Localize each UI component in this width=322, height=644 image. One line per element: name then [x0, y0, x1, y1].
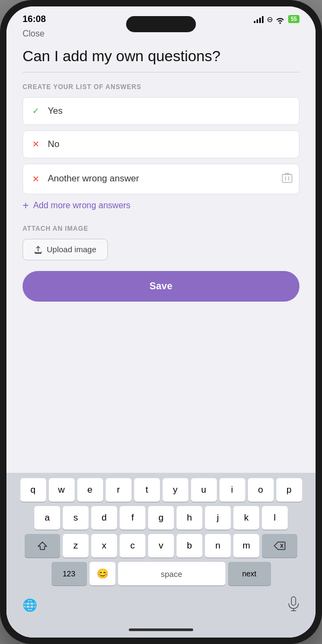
key-f[interactable]: f	[120, 506, 145, 530]
shift-key[interactable]	[25, 534, 60, 558]
numbers-key[interactable]: 123	[52, 562, 87, 586]
battery-icon: 55	[288, 15, 299, 23]
key-h[interactable]: h	[177, 506, 202, 530]
key-i[interactable]: i	[219, 478, 245, 502]
correct-icon: ✓	[30, 105, 41, 117]
delete-answer-icon[interactable]	[282, 172, 292, 186]
key-w[interactable]: w	[49, 478, 75, 502]
key-m[interactable]: m	[233, 534, 259, 558]
key-u[interactable]: u	[191, 478, 217, 502]
delete-key[interactable]	[262, 534, 297, 558]
upload-image-button[interactable]: Upload image	[23, 239, 108, 260]
key-o[interactable]: o	[248, 478, 274, 502]
key-a[interactable]: a	[34, 506, 60, 530]
key-t[interactable]: t	[134, 478, 160, 502]
status-icons: ⊖ 55	[254, 15, 299, 24]
key-q[interactable]: q	[20, 478, 46, 502]
answer-row-2: ✕ No	[23, 130, 299, 158]
keyboard-row-4: 123 😊 space next	[9, 562, 313, 586]
status-time: 16:08	[23, 14, 46, 25]
key-r[interactable]: r	[106, 478, 131, 502]
phone-screen: 16:08 ⊖ 55 Close Can I add my own qu	[6, 6, 316, 638]
key-l[interactable]: l	[262, 506, 288, 530]
save-button[interactable]: Save	[23, 271, 299, 302]
key-b[interactable]: b	[177, 534, 202, 558]
key-x[interactable]: x	[91, 534, 117, 558]
keyboard: q w e r t y u i o p a s d f g h j k	[6, 473, 316, 592]
key-g[interactable]: g	[148, 506, 174, 530]
keyboard-row-1: q w e r t y u i o p	[9, 478, 313, 502]
key-j[interactable]: j	[205, 506, 231, 530]
answer-text-1[interactable]: Yes	[48, 106, 292, 116]
key-s[interactable]: s	[63, 506, 89, 530]
key-k[interactable]: k	[233, 506, 259, 530]
phone-frame: 16:08 ⊖ 55 Close Can I add my own qu	[0, 0, 322, 644]
answer-text-3[interactable]: Another wrong answer	[48, 173, 275, 184]
add-more-label: Add more wrong answers	[33, 201, 130, 210]
wifi-icon: ⊖	[267, 15, 285, 24]
app-content: Close Can I add my own questions? CREATE…	[6, 29, 316, 473]
key-d[interactable]: d	[91, 506, 117, 530]
notch	[126, 16, 196, 32]
answer-row-1: ✓ Yes	[23, 97, 299, 125]
wrong-icon-2: ✕	[30, 173, 41, 185]
wrong-icon-1: ✕	[30, 138, 41, 150]
add-more-button[interactable]: + Add more wrong answers	[23, 200, 299, 212]
answers-section-label: CREATE YOUR LIST OF ANSWERS	[23, 83, 299, 91]
home-bar	[129, 628, 193, 631]
space-key[interactable]: space	[118, 562, 225, 586]
key-v[interactable]: v	[148, 534, 174, 558]
image-section-label: ATTACH AN IMAGE	[23, 225, 299, 232]
answer-text-2[interactable]: No	[48, 139, 292, 150]
svg-rect-0	[282, 174, 292, 182]
page-title: Can I add my own questions?	[23, 47, 299, 65]
key-y[interactable]: y	[163, 478, 188, 502]
title-divider	[23, 72, 299, 72]
upload-icon	[34, 245, 42, 254]
upload-label: Upload image	[47, 245, 97, 254]
answer-row-3: ✕ Another wrong answer	[23, 164, 299, 194]
microphone-icon[interactable]	[288, 596, 299, 614]
keyboard-row-3: z x c v b n m	[9, 534, 313, 558]
svg-rect-1	[291, 597, 296, 605]
key-z[interactable]: z	[63, 534, 89, 558]
emoji-key[interactable]: 😊	[90, 562, 115, 586]
signal-icon	[254, 16, 264, 23]
key-n[interactable]: n	[205, 534, 231, 558]
globe-icon[interactable]: 🌐	[23, 598, 37, 612]
keyboard-row-2: a s d f g h j k l	[9, 506, 313, 530]
key-c[interactable]: c	[120, 534, 145, 558]
key-e[interactable]: e	[77, 478, 103, 502]
key-p[interactable]: p	[276, 478, 302, 502]
next-key[interactable]: next	[228, 562, 271, 586]
home-indicator	[6, 625, 316, 638]
keyboard-bottom-bar: 🌐	[6, 592, 316, 625]
plus-icon: +	[23, 200, 29, 212]
